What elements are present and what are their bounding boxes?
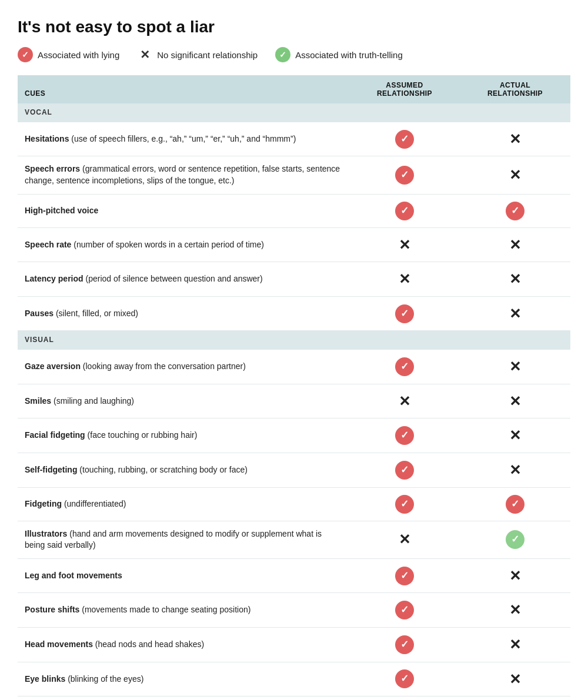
- table-row: Gaze aversion (looking away from the con…: [18, 350, 570, 384]
- legend-item-lying: Associated with lying: [18, 47, 119, 62]
- cue-rest: (hand and arm movements designed to modi…: [25, 529, 322, 550]
- cue-cell: Head movements (head nods and head shake…: [18, 627, 349, 662]
- assumed-cell: ✓: [349, 194, 460, 227]
- actual-cell: ✓: [460, 521, 570, 558]
- actual-cell: ✕: [460, 227, 570, 262]
- truth-icon: [275, 47, 290, 62]
- none-cell-icon: ✕: [399, 269, 410, 289]
- table-row: Self-fidgeting (touching, rubbing, or sc…: [18, 453, 570, 487]
- actual-cell: ✕: [460, 418, 570, 453]
- actual-cell: ✕: [460, 627, 570, 662]
- table-row: Head movements (head nods and head shake…: [18, 627, 570, 662]
- actual-cell: ✕: [460, 296, 570, 331]
- assumed-cell: ✓: [349, 558, 460, 593]
- cue-rest: (number of spoken words in a certain per…: [71, 240, 264, 249]
- assumed-cell: ✓: [349, 487, 460, 521]
- actual-cell: ✕: [460, 262, 570, 297]
- none-cell-icon: ✕: [509, 426, 521, 446]
- none-cell-icon: ✕: [509, 391, 521, 411]
- none-icon: [137, 47, 152, 62]
- cue-bold: Self-fidgeting: [25, 465, 77, 474]
- section-label: VISUAL: [18, 331, 570, 350]
- none-cell-icon: ✕: [509, 357, 521, 377]
- lying-cell-icon: ✓: [395, 130, 414, 149]
- lying-cell-icon: ✓: [395, 461, 414, 480]
- table-row: Hesitations (use of speech fillers, e.g.…: [18, 122, 570, 156]
- cue-bold: Smiles: [25, 396, 51, 406]
- cue-cell: Speech errors (grammatical errors, word …: [18, 156, 349, 194]
- none-cell-icon: ✕: [509, 566, 521, 586]
- lying-cell-icon: ✓: [395, 669, 414, 688]
- actual-cell: ✓: [460, 194, 570, 227]
- cue-bold: Speech rate: [25, 240, 71, 249]
- table-row: Speech rate (number of spoken words in a…: [18, 227, 570, 262]
- cue-cell: Illustrators (hand and arm movements des…: [18, 521, 349, 558]
- cue-cell: Pauses (silent, filled, or mixed): [18, 296, 349, 331]
- section-row: VISUAL: [18, 331, 570, 350]
- lying-cell-icon: ✓: [395, 601, 414, 619]
- legend: Associated with lying No significant rel…: [18, 47, 570, 62]
- actual-cell: ✕: [460, 122, 570, 156]
- cue-rest: (use of speech fillers, e.g., “ah,” “um,…: [69, 134, 296, 143]
- assumed-cell: ✕: [349, 384, 460, 418]
- table-row: High-pitched voice ✓ ✓: [18, 194, 570, 227]
- none-cell-icon: ✕: [509, 235, 521, 255]
- lying-cell-icon: ✓: [506, 495, 524, 514]
- lying-icon: [18, 47, 33, 62]
- cue-bold: Fidgeting: [25, 499, 62, 508]
- lying-cell-icon: ✓: [395, 304, 414, 323]
- cue-rest: (undifferentiated): [62, 499, 126, 508]
- section-label: VOCAL: [18, 103, 570, 122]
- none-cell-icon: ✕: [509, 460, 521, 480]
- assumed-cell: ✓: [349, 593, 460, 628]
- cue-cell: Fidgeting (undifferentiated): [18, 487, 349, 521]
- actual-cell: ✕: [460, 453, 570, 487]
- none-cell-icon: ✕: [399, 391, 410, 411]
- table-row: Illustrators (hand and arm movements des…: [18, 521, 570, 558]
- actual-cell: ✕: [460, 384, 570, 418]
- table-row: Posture shifts (movements made to change…: [18, 593, 570, 628]
- assumed-cell: ✓: [349, 662, 460, 696]
- cue-rest: (silent, filled, or mixed): [54, 309, 138, 318]
- cue-bold: Latency period: [25, 274, 83, 283]
- lying-cell-icon: ✓: [395, 495, 414, 514]
- cue-rest: (face touching or rubbing hair): [85, 430, 198, 440]
- cue-cell: Speech rate (number of spoken words in a…: [18, 227, 349, 262]
- none-cell-icon: ✕: [509, 129, 521, 149]
- none-cell-icon: ✕: [509, 600, 521, 620]
- actual-cell: ✓: [460, 487, 570, 521]
- truth-cell-icon: ✓: [506, 530, 524, 549]
- cue-rest: (smiling and laughing): [51, 396, 134, 406]
- lying-cell-icon: ✓: [395, 426, 414, 445]
- cue-bold: Speech errors: [25, 164, 80, 173]
- actual-cell: ✕: [460, 156, 570, 194]
- cue-bold: Head movements: [25, 639, 93, 649]
- none-cell-icon: ✕: [509, 269, 521, 289]
- cue-bold: High-pitched voice: [25, 206, 98, 215]
- assumed-cell: ✓: [349, 627, 460, 662]
- assumed-cell: ✕: [349, 227, 460, 262]
- cue-rest: (blinking of the eyes): [65, 674, 143, 684]
- lying-cell-icon: ✓: [506, 202, 524, 220]
- table-header-row: CUES ASSUMEDRELATIONSHIP ACTUALRELATIONS…: [18, 75, 570, 103]
- assumed-cell: ✓: [349, 296, 460, 331]
- legend-truth-label: Associated with truth-telling: [295, 50, 403, 60]
- assumed-cell: ✓: [349, 418, 460, 453]
- cue-rest: (looking away from the conversation part…: [81, 361, 246, 371]
- table-row: Latency period (period of silence betwee…: [18, 262, 570, 297]
- none-cell-icon: ✕: [399, 235, 410, 255]
- assumed-cell: ✕: [349, 262, 460, 297]
- cue-bold: Illustrators: [25, 529, 67, 538]
- cue-cell: Smiles (smiling and laughing): [18, 384, 349, 418]
- cue-rest: (touching, rubbing, or scratching body o…: [77, 465, 248, 474]
- cue-rest: (period of silence between question and …: [83, 274, 263, 283]
- none-cell-icon: ✕: [509, 635, 521, 655]
- assumed-cell: ✓: [349, 122, 460, 156]
- cue-bold: Eye blinks: [25, 674, 65, 684]
- cue-bold: Gaze aversion: [25, 361, 81, 371]
- none-cell-icon: ✕: [509, 304, 521, 324]
- table-row: Eye blinks (blinking of the eyes) ✓ ✕: [18, 662, 570, 696]
- col-assumed: ASSUMEDRELATIONSHIP: [349, 75, 460, 103]
- table-row: Pauses (silent, filled, or mixed) ✓ ✕: [18, 296, 570, 331]
- cue-cell: Posture shifts (movements made to change…: [18, 593, 349, 628]
